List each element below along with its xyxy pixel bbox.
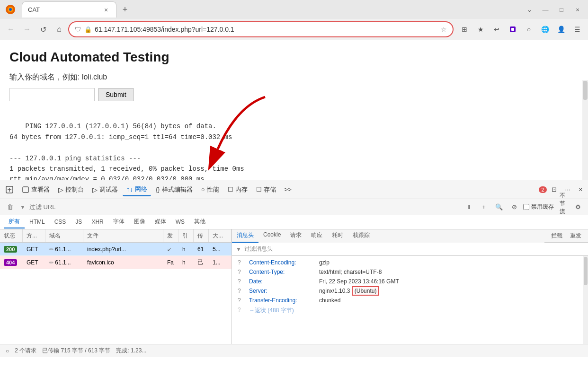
type-tab-xhr[interactable]: XHR xyxy=(87,217,108,228)
tab-close-button[interactable]: × xyxy=(102,6,110,14)
type-tab-css[interactable]: CSS xyxy=(50,217,71,228)
header-q-2: ? xyxy=(238,269,245,275)
address-bar[interactable]: 🛡 🔒 ☆ xyxy=(68,21,454,37)
type-tab-js[interactable]: JS xyxy=(71,217,87,228)
devtools-console-btn[interactable]: ▷ 控制台 xyxy=(54,184,88,196)
details-tab-timing[interactable]: 耗时 xyxy=(327,229,348,243)
svg-rect-9 xyxy=(23,187,28,193)
block-btn[interactable]: ⊘ xyxy=(508,201,520,213)
filter-input[interactable] xyxy=(29,203,459,210)
header-size2[interactable]: 传 xyxy=(194,229,209,242)
details-tab-cookie[interactable]: Cookie xyxy=(258,229,285,243)
ping-output: PING 127.0.0.1 (127.0.0.1) 56(84) bytes … xyxy=(9,111,579,180)
pause-btn[interactable]: ⏸ xyxy=(463,201,475,213)
profile-icon[interactable]: 👤 xyxy=(554,22,568,36)
page-scrollbar-thumb[interactable] xyxy=(583,81,588,100)
ping-line6: rtt min/avg/max/mdev = 0.032/0.032/0.032… xyxy=(9,175,205,180)
trash-button[interactable]: 🗑 xyxy=(4,201,16,213)
network-request-list: 状态 方... 域名 文件 发 引 传 大... 200 GET ✏ xyxy=(0,229,232,344)
devtools-inspector-btn[interactable]: 查看器 xyxy=(18,184,53,196)
header-key-4: Server: xyxy=(249,288,315,294)
big-cell-2: 1... xyxy=(209,259,232,266)
address-bar-row: ← → ↺ ⌂ 🛡 🔒 ☆ ⊞ ★ ↩ ○ 🌐 👤 ☰ xyxy=(0,19,588,40)
file-cell-2: favicon.ico xyxy=(83,259,163,266)
add-filter-btn[interactable]: + xyxy=(478,201,490,213)
disable-cache-label[interactable]: 禁用缓存 xyxy=(523,203,554,211)
header-value-4: nginx/1.10.3 (Ubuntu) xyxy=(319,288,582,294)
reload-button[interactable]: ↺ xyxy=(36,22,50,36)
header-big[interactable]: 大... xyxy=(209,229,232,242)
ping-line1: PING 127.0.0.1 (127.0.0.1) 56(84) bytes … xyxy=(26,123,216,130)
settings-btn[interactable]: ⚙ xyxy=(572,201,584,213)
search-btn[interactable]: 🔍 xyxy=(493,201,505,213)
submit-button[interactable]: Submit xyxy=(98,88,134,101)
close-button[interactable]: × xyxy=(571,3,584,16)
back-button[interactable]: ← xyxy=(4,22,18,36)
disable-cache-checkbox[interactable] xyxy=(523,204,529,210)
type-tab-html[interactable]: HTML xyxy=(25,217,50,228)
tab-list-button[interactable]: ⌄ xyxy=(523,3,536,16)
tab-bar: CAT × + ⌄ — □ × xyxy=(0,0,588,19)
header-trans[interactable]: 引 xyxy=(178,229,194,242)
new-tab-button[interactable]: + xyxy=(118,3,132,16)
type-tab-font[interactable]: 字体 xyxy=(108,216,129,228)
forward-button[interactable]: → xyxy=(20,22,34,36)
header-type[interactable]: 发 xyxy=(163,229,178,242)
intercept-btn[interactable]: 拦截 xyxy=(548,231,565,241)
maximize-button[interactable]: □ xyxy=(555,3,568,16)
details-tab-response[interactable]: 响应 xyxy=(306,229,327,243)
type-tab-other[interactable]: 其他 xyxy=(189,216,210,228)
devtools-performance-label: 性能 xyxy=(207,185,219,194)
back-alt-button[interactable]: ↩ xyxy=(490,22,504,36)
menu-button[interactable]: ☰ xyxy=(570,22,584,36)
devtools-pick-element[interactable] xyxy=(2,184,17,195)
details-scrollbar-thumb[interactable] xyxy=(584,257,588,285)
details-tabs: 消息头 Cookie 请求 响应 耗时 栈跟踪 xyxy=(232,229,544,243)
devtools-close-btn[interactable]: × xyxy=(575,184,586,195)
home-button[interactable]: ⌂ xyxy=(52,22,66,36)
devtools-style-btn[interactable]: {} 样式编辑器 xyxy=(152,184,196,196)
header-file[interactable]: 文件 xyxy=(83,229,163,242)
globe-icon[interactable]: 🌐 xyxy=(538,22,552,36)
filter-bar: 🗑 ▼ ⏸ + 🔍 ⊘ 禁用缓存 不节流 ⬇ ⚙ xyxy=(0,199,588,215)
ping-line4: --- 127.0.0.1 ping statistics --- xyxy=(9,155,141,162)
devtools-more-btn[interactable]: >> xyxy=(281,184,295,195)
header-status[interactable]: 状态 xyxy=(0,229,23,242)
active-tab[interactable]: CAT × xyxy=(22,1,116,18)
devtools-storage-btn[interactable]: ☐ 存储 xyxy=(252,184,280,196)
devtools-performance-btn[interactable]: ○ 性能 xyxy=(197,184,223,196)
page-scrollbar[interactable] xyxy=(582,80,588,180)
header-domain[interactable]: 域名 xyxy=(45,229,83,242)
minimize-button[interactable]: — xyxy=(539,3,552,16)
details-tab-request[interactable]: 请求 xyxy=(285,229,306,243)
header-method[interactable]: 方... xyxy=(23,229,45,242)
circle-icon[interactable]: ○ xyxy=(522,22,536,36)
star-icon[interactable]: ★ xyxy=(473,22,488,36)
extensions-button[interactable]: ⊞ xyxy=(457,22,472,36)
throttle-select[interactable]: 不节流 ⬇ xyxy=(557,201,569,213)
type-tab-media[interactable]: 媒体 xyxy=(150,216,171,228)
details-tab-headers[interactable]: 消息头 xyxy=(232,229,258,243)
domain-input[interactable] xyxy=(9,88,95,101)
type-tab-ws[interactable]: WS xyxy=(171,217,189,228)
details-actions: 拦截 重发 xyxy=(544,231,588,241)
devtools-debugger-btn[interactable]: ▷ 调试器 xyxy=(89,184,122,196)
network-row-1[interactable]: 200 GET ✏ 61.1... index.php?url... ↙ h 6… xyxy=(0,243,232,256)
page-title: Cloud Automated Testing xyxy=(9,50,579,65)
devtools-style-label: 样式编辑器 xyxy=(162,185,193,194)
devtools-responsive-btn[interactable]: ⊡ xyxy=(548,184,561,195)
filter-icon: ▼ xyxy=(20,204,26,210)
resend-btn[interactable]: 重发 xyxy=(567,231,584,241)
type-tab-image[interactable]: 图像 xyxy=(129,216,150,228)
devtools-network-btn[interactable]: ↑↓ 网络 xyxy=(123,183,151,196)
bookmark-icon[interactable]: ☆ xyxy=(441,26,447,33)
puzzle-icon[interactable] xyxy=(506,22,520,36)
form-row: Submit xyxy=(9,88,579,101)
type-tab-all[interactable]: 所有 xyxy=(4,216,25,228)
address-input[interactable] xyxy=(95,26,438,33)
network-row-2[interactable]: 404 GET ✏ 61.1... favicon.ico Fa h 已 1..… xyxy=(0,256,232,269)
details-tab-stack[interactable]: 栈跟踪 xyxy=(348,229,374,243)
devtools-debugger-label: 调试器 xyxy=(99,185,118,194)
details-scrollbar[interactable] xyxy=(583,256,588,344)
devtools-memory-btn[interactable]: ☐ 内存 xyxy=(224,184,251,196)
